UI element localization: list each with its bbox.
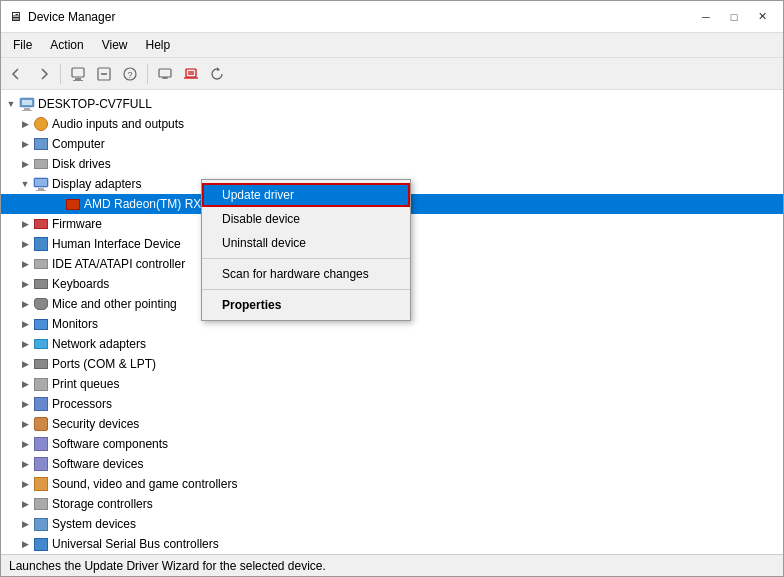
toolbar-sep-1 — [60, 64, 61, 84]
usb-label: Universal Serial Bus controllers — [52, 537, 219, 551]
tree-item-usb[interactable]: ▶ Universal Serial Bus controllers — [1, 534, 783, 554]
collapse-button[interactable] — [92, 62, 116, 86]
scan-hardware-button[interactable] — [153, 62, 177, 86]
sw-components-icon — [33, 436, 49, 452]
ctx-update-driver-label: Update driver — [222, 188, 294, 202]
ctx-scan-label: Scan for hardware changes — [222, 267, 369, 281]
ctx-disable-label: Disable device — [222, 212, 300, 226]
tree-item-security[interactable]: ▶ Security devices — [1, 414, 783, 434]
print-expander: ▶ — [17, 376, 33, 392]
system-icon — [33, 516, 49, 532]
ports-label: Ports (COM & LPT) — [52, 357, 156, 371]
properties-toolbar-button[interactable] — [66, 62, 90, 86]
network-icon — [33, 336, 49, 352]
ctx-properties[interactable]: Properties — [202, 293, 410, 317]
ports-icon — [33, 356, 49, 372]
status-text: Launches the Update Driver Wizard for th… — [9, 559, 326, 573]
remove-device-button[interactable] — [179, 62, 203, 86]
print-label: Print queues — [52, 377, 119, 391]
help-toolbar-button[interactable]: ? — [118, 62, 142, 86]
forward-button[interactable] — [31, 62, 55, 86]
security-icon — [33, 416, 49, 432]
storage-icon — [33, 496, 49, 512]
svg-rect-16 — [24, 108, 30, 110]
device-manager-window: 🖥 Device Manager ─ □ ✕ File Action View … — [0, 0, 784, 577]
sw-devices-icon — [33, 456, 49, 472]
audio-icon — [33, 116, 49, 132]
sec-expander: ▶ — [17, 416, 33, 432]
svg-text:?: ? — [127, 70, 132, 80]
svg-marker-14 — [217, 67, 220, 71]
title-buttons: ─ □ ✕ — [693, 7, 775, 27]
ctx-scan-hardware[interactable]: Scan for hardware changes — [202, 262, 410, 286]
tree-item-sw-devices[interactable]: ▶ Software devices — [1, 454, 783, 474]
keyboard-icon — [33, 276, 49, 292]
usb-expander: ▶ — [17, 536, 33, 552]
main-content: ▼ DESKTOP-CV7FULL ▶ Audio inputs — [1, 90, 783, 554]
amd-icon — [65, 196, 81, 212]
tree-item-system[interactable]: ▶ System devices — [1, 514, 783, 534]
title-bar-left: 🖥 Device Manager — [9, 9, 115, 24]
tree-item-computer[interactable]: ▶ Computer — [1, 134, 783, 154]
tree-item-sound[interactable]: ▶ Sound, video and game controllers — [1, 474, 783, 494]
mice-expander: ▶ — [17, 296, 33, 312]
swc-expander: ▶ — [17, 436, 33, 452]
storage-expander: ▶ — [17, 496, 33, 512]
ctx-uninstall-label: Uninstall device — [222, 236, 306, 250]
close-button[interactable]: ✕ — [749, 7, 775, 27]
tree-view[interactable]: ▼ DESKTOP-CV7FULL ▶ Audio inputs — [1, 90, 783, 554]
processors-label: Processors — [52, 397, 112, 411]
tree-item-audio[interactable]: ▶ Audio inputs and outputs — [1, 114, 783, 134]
maximize-button[interactable]: □ — [721, 7, 747, 27]
amd-expander — [49, 196, 65, 212]
svg-rect-7 — [159, 69, 171, 77]
mouse-icon — [33, 296, 49, 312]
sound-expander: ▶ — [17, 476, 33, 492]
tree-item-storage[interactable]: ▶ Storage controllers — [1, 494, 783, 514]
window-title: Device Manager — [28, 10, 115, 24]
sound-label: Sound, video and game controllers — [52, 477, 237, 491]
firmware-label: Firmware — [52, 217, 102, 231]
menu-action[interactable]: Action — [42, 35, 91, 55]
print-icon — [33, 376, 49, 392]
menu-view[interactable]: View — [94, 35, 136, 55]
tree-item-ports[interactable]: ▶ Ports (COM & LPT) — [1, 354, 783, 374]
ctx-update-driver[interactable]: Update driver — [202, 183, 410, 207]
computer-expander: ▶ — [17, 136, 33, 152]
menu-file[interactable]: File — [5, 35, 40, 55]
fw-expander: ▶ — [17, 216, 33, 232]
title-bar: 🖥 Device Manager ─ □ ✕ — [1, 1, 783, 33]
minimize-button[interactable]: ─ — [693, 7, 719, 27]
ctx-disable-device[interactable]: Disable device — [202, 207, 410, 231]
storage-label: Storage controllers — [52, 497, 153, 511]
display-icon — [33, 176, 49, 192]
keyboards-label: Keyboards — [52, 277, 109, 291]
back-button[interactable] — [5, 62, 29, 86]
context-menu: Update driver Disable device Uninstall d… — [201, 179, 411, 321]
tree-item-disk[interactable]: ▶ Disk drives — [1, 154, 783, 174]
ide-expander: ▶ — [17, 256, 33, 272]
disk-label: Disk drives — [52, 157, 111, 171]
sound-icon — [33, 476, 49, 492]
sw-devices-label: Software devices — [52, 457, 143, 471]
kb-expander: ▶ — [17, 276, 33, 292]
tree-root[interactable]: ▼ DESKTOP-CV7FULL — [1, 94, 783, 114]
ide-label: IDE ATA/ATAPI controller — [52, 257, 185, 271]
tree-item-sw-components[interactable]: ▶ Software components — [1, 434, 783, 454]
usb-icon — [33, 536, 49, 552]
refresh-button[interactable] — [205, 62, 229, 86]
audio-label: Audio inputs and outputs — [52, 117, 184, 131]
tree-item-processors[interactable]: ▶ Processors — [1, 394, 783, 414]
computer-tree-icon — [33, 136, 49, 152]
ctx-uninstall-device[interactable]: Uninstall device — [202, 231, 410, 255]
tree-item-network[interactable]: ▶ Network adapters — [1, 334, 783, 354]
monitors-expander: ▶ — [17, 316, 33, 332]
svg-rect-0 — [72, 68, 84, 77]
network-label: Network adapters — [52, 337, 146, 351]
status-bar: Launches the Update Driver Wizard for th… — [1, 554, 783, 576]
menu-help[interactable]: Help — [138, 35, 179, 55]
monitors-icon — [33, 316, 49, 332]
computer-label: Computer — [52, 137, 105, 151]
tree-item-print[interactable]: ▶ Print queues — [1, 374, 783, 394]
proc-expander: ▶ — [17, 396, 33, 412]
